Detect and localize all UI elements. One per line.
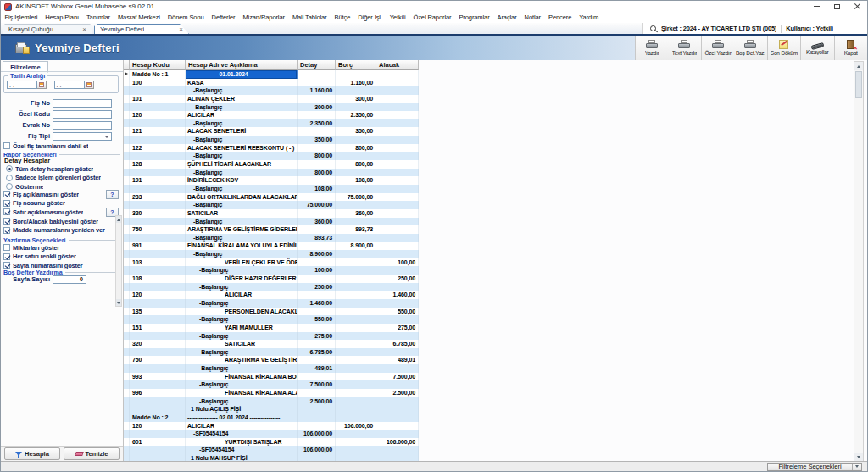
menu-item[interactable]: Notlar xyxy=(520,14,544,21)
table-row[interactable]: 121ALACAK SENETLERİ350,00 xyxy=(124,127,419,136)
table-row[interactable]: -SF05454154106.000,00 xyxy=(124,446,419,454)
toolbar-button[interactable]: Kısayollar xyxy=(801,36,834,60)
table-row[interactable]: 135PERSONELDEN ALACAKLAR550,00 xyxy=(124,308,419,316)
fis-tipi-select[interactable] xyxy=(53,132,112,141)
help-button[interactable]: ? xyxy=(106,190,119,199)
toolbar-button[interactable]: Son Döküm xyxy=(768,36,801,60)
table-row[interactable]: -Başlangıç2.500,00 xyxy=(124,397,419,406)
table-row[interactable]: -Başlangıç800,00 xyxy=(124,152,419,160)
table-row[interactable]: 101ALINAN ÇEKLER300,00 xyxy=(124,95,419,103)
menu-item[interactable]: Özel Raporlar xyxy=(409,14,455,21)
scrollbar-thumb[interactable] xyxy=(855,71,862,98)
search-icon[interactable] xyxy=(649,25,658,33)
scroll-down-icon[interactable] xyxy=(854,453,863,461)
close-button[interactable] xyxy=(847,1,867,12)
table-row[interactable]: -SF05454154106.000,00 xyxy=(124,430,419,438)
minimize-button[interactable] xyxy=(806,1,826,12)
maximize-button[interactable] xyxy=(826,1,847,12)
table-row[interactable]: 993FİNANSAL KİRALAMA BORÇLARI7.500,00 xyxy=(124,373,419,381)
menu-item[interactable]: Masraf Merkezi xyxy=(114,14,164,21)
page-count-input[interactable]: 0 xyxy=(53,275,86,284)
table-row[interactable]: -Başlangıç1.460,00 xyxy=(124,299,419,308)
filter-options-button[interactable]: Filtreleme Seçenekleri xyxy=(767,463,862,471)
menu-item[interactable]: Defterler xyxy=(208,14,239,21)
toolbar-button[interactable]: Text Yazdır xyxy=(668,36,701,60)
table-row[interactable]: -Başlangıç1.160,00 xyxy=(124,86,419,95)
menu-item[interactable]: Dönem Sonu xyxy=(164,14,208,21)
table-row[interactable]: 233BAĞLI ORTAKLIKLARDAN ALACAKLAR ( U.V … xyxy=(124,193,419,202)
date-to-input[interactable]: . . xyxy=(54,81,85,89)
radio-button[interactable] xyxy=(6,165,13,172)
table-row[interactable]: -Başlangıç2.350,00 xyxy=(124,119,419,128)
radio-button[interactable] xyxy=(6,175,13,181)
table-row[interactable]: 122ALACAK SENETLERİ REESKONTU ( - )800,0… xyxy=(124,144,419,153)
table-row[interactable]: -Başlangıç893,73 xyxy=(124,234,419,242)
table-row[interactable]: Madde No : 2---------------- 02.01.2024 … xyxy=(124,414,419,422)
date-to-calendar-button[interactable] xyxy=(85,81,94,89)
grid-scrollbar[interactable] xyxy=(854,61,864,461)
table-row[interactable]: -Başlangıç108,00 xyxy=(124,185,419,193)
scroll-up-icon[interactable] xyxy=(116,216,121,223)
table-row[interactable]: 120ALICILAR106.000,00 xyxy=(124,422,419,430)
calculate-button[interactable]: Hesapla xyxy=(4,447,60,460)
checkbox[interactable] xyxy=(3,142,10,149)
checkbox[interactable] xyxy=(3,218,10,225)
table-row[interactable]: 320SATICILAR360,00 xyxy=(124,209,419,218)
table-row[interactable]: 991FİNANSAL KİRALAMA YOLUYLA EDİNİLEN VA… xyxy=(124,242,419,250)
toolbar-button[interactable]: Özel Yazdır xyxy=(702,36,734,60)
toolbar-button[interactable]: Yazdır xyxy=(636,36,668,60)
table-row[interactable]: -Başlangıç275,00 xyxy=(124,332,419,341)
table-row[interactable]: -Başlangıç800,00 xyxy=(124,169,419,177)
table-row[interactable]: 120ALICILAR2.350,00 xyxy=(124,111,419,119)
text-input[interactable] xyxy=(53,110,112,119)
toolbar-button[interactable]: Boş Def.Yaz. xyxy=(734,36,767,60)
text-input[interactable] xyxy=(53,99,112,108)
table-row[interactable]: 128ŞÜPHELİ TİCARİ ALACAKLAR800,00 xyxy=(124,160,419,169)
close-tab-icon[interactable]: × xyxy=(175,26,183,33)
table-row[interactable]: 103VERİLEN ÇEKLER VE ÖDEME EMİRLERİ HE10… xyxy=(124,258,419,267)
menu-item[interactable]: Diğer İşl. xyxy=(354,14,387,21)
checkbox[interactable] xyxy=(3,244,10,251)
checkbox[interactable] xyxy=(3,227,10,234)
table-row[interactable]: 1 Nolu MAHSUP FİŞİ xyxy=(124,454,419,461)
checkbox[interactable] xyxy=(3,200,10,207)
filter-panel-scrollbar[interactable] xyxy=(115,215,122,307)
table-row[interactable]: -Başlangıç489,01 xyxy=(124,364,419,373)
date-from-calendar-button[interactable] xyxy=(37,81,47,89)
close-tab-icon[interactable]: × xyxy=(79,26,86,33)
menu-item[interactable]: Hesap Planı xyxy=(42,14,83,21)
column-header[interactable]: Hesap Adı ve Açıklama xyxy=(186,60,298,70)
table-row[interactable]: 750ARAŞTIRMA VE GELİŞTİRME GİDERLERİ489,… xyxy=(124,356,419,364)
tab-yevmiye-defteri[interactable]: Yevmiye Defteri × xyxy=(94,24,189,34)
menu-item[interactable]: Fiş İşlemleri xyxy=(1,14,42,21)
toolbar-button[interactable]: Kapat xyxy=(835,36,867,60)
menu-item[interactable]: Programlar xyxy=(455,14,493,21)
tab-kisayol-cubugu[interactable]: Kısayol Çubuğu × xyxy=(3,24,92,34)
table-row[interactable]: -Başlangıç75.000,00 xyxy=(124,201,419,209)
table-row[interactable]: -Başlangıç7.500,00 xyxy=(124,380,419,389)
menu-item[interactable]: Pencere xyxy=(545,14,576,21)
table-row[interactable]: -Başlangıç300,00 xyxy=(124,103,419,112)
column-header[interactable]: Detay xyxy=(298,60,336,70)
checkbox[interactable] xyxy=(3,253,10,260)
table-row[interactable]: 151YARI MAMULLER275,00 xyxy=(124,324,419,332)
table-row[interactable]: 601YURTDIŞI SATIŞLAR106.000,00 xyxy=(124,438,419,447)
column-header[interactable]: Alacak xyxy=(376,60,419,70)
table-row[interactable]: -Başlangıç550,00 xyxy=(124,315,419,324)
table-row[interactable]: 191İNDİRİLECEK KDV108,00 xyxy=(124,176,419,185)
table-row[interactable]: -Başlangıç6.785,00 xyxy=(124,348,419,357)
table-row[interactable]: 750ARAŞTIRMA VE GELİŞTİRME GİDERLERİ893,… xyxy=(124,225,419,234)
menu-item[interactable]: Araçlar xyxy=(493,14,520,21)
table-row[interactable]: -Başlangıç100,00 xyxy=(124,266,419,275)
table-row[interactable]: 1 Nolu AÇILIŞ FİŞİ xyxy=(124,405,419,414)
table-row[interactable]: -Başlangıç8.900,00 xyxy=(124,250,419,258)
checkbox[interactable] xyxy=(3,208,10,215)
column-header[interactable]: Borç xyxy=(336,60,376,70)
table-row[interactable]: -Başlangıç350,00 xyxy=(124,136,419,144)
table-row[interactable]: 100KASA1.160,00 xyxy=(124,79,419,87)
menu-item[interactable]: Mizan/Raporlar xyxy=(239,14,288,21)
scroll-up-icon[interactable] xyxy=(854,62,863,70)
clear-button[interactable]: Temizle xyxy=(64,447,120,460)
table-row[interactable]: 120ALICILAR1.460,00 xyxy=(124,291,419,299)
table-row[interactable]: -Başlangıç360,00 xyxy=(124,218,419,226)
